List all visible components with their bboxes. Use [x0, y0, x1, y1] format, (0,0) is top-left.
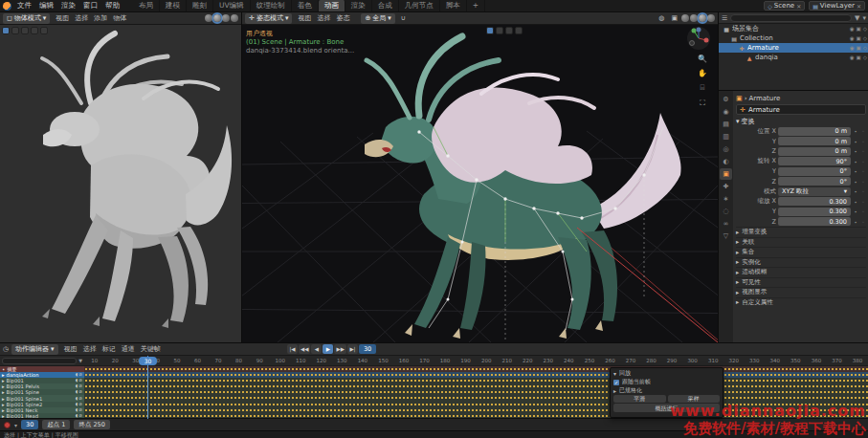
xray-icon[interactable]: ▣	[668, 14, 680, 22]
outliner-row-armature[interactable]: ✛Armature◉▣◇	[719, 43, 868, 53]
outliner-row-scene-collection[interactable]: ▦场景集合◉▣◇	[719, 24, 868, 33]
left-menu-物体[interactable]: 物体	[110, 13, 129, 23]
hide-eye-icon[interactable]: ◉	[850, 55, 855, 60]
mute-speaker-icon[interactable]: ◖	[76, 378, 78, 383]
transform-value-field[interactable]: XYZ 欧拉▾	[778, 187, 851, 196]
lock-icon[interactable]: ∙	[853, 199, 858, 205]
overlays-icon[interactable]: ◍	[656, 14, 667, 22]
lock-icon[interactable]: ∙	[853, 208, 858, 214]
material-shading-icon[interactable]	[222, 14, 230, 22]
camera-view-icon[interactable]: ⌸	[698, 83, 707, 93]
popover-header[interactable]: ▾ 回放	[613, 369, 720, 378]
popover-button-2[interactable]: 采样	[668, 395, 721, 403]
properties-tab-constraints[interactable]: ∞	[720, 218, 732, 230]
rotate-tool-icon[interactable]	[515, 27, 523, 34]
transform-value-field[interactable]: 0 m	[778, 147, 851, 156]
workspace-tab-建模[interactable]: 建模	[160, 0, 187, 11]
lock-icon[interactable]: ⊘	[78, 396, 82, 402]
animate-dot-icon[interactable]: ◦	[860, 148, 866, 154]
keyframe-area[interactable]	[84, 366, 868, 419]
workspace-tab-+[interactable]: +	[467, 0, 485, 11]
playhead-frame-badge[interactable]: 30	[139, 357, 157, 365]
filter-funnel-icon[interactable]: ▼	[855, 14, 859, 22]
render-visibility-icon[interactable]: ◇	[863, 35, 867, 41]
panel-实例化[interactable]: ▸实例化	[736, 257, 866, 268]
properties-tab-particles[interactable]: ∗	[720, 193, 732, 205]
checkbox-checked-icon[interactable]: ✓	[613, 380, 619, 385]
properties-tab-render[interactable]: ◉	[720, 106, 732, 118]
properties-tab-output[interactable]: ▤	[720, 119, 732, 130]
rendered-shading-icon[interactable]	[231, 14, 238, 22]
view-layer-selector[interactable]: ▤ ViewLayer ✕	[809, 1, 865, 11]
toggle-ortho-icon[interactable]: ⛶	[698, 99, 707, 108]
lock-icon[interactable]: ⊘	[78, 383, 82, 389]
lock-icon[interactable]: ⊘	[78, 378, 82, 383]
panel-可见性[interactable]: ▸可见性	[736, 277, 866, 288]
viewport-visibility-icon[interactable]: ▣	[857, 35, 861, 41]
outliner-options-icon[interactable]: ▾	[862, 14, 866, 22]
left-menu-添加[interactable]: 添加	[91, 13, 110, 23]
mute-speaker-icon[interactable]: ◖	[76, 389, 78, 395]
outliner-row-mesh[interactable]: ▲danqia◉▣◇	[719, 53, 868, 62]
expand-triangle-icon[interactable]: ▸	[2, 402, 5, 407]
lock-icon[interactable]: ∙	[853, 159, 858, 164]
workspace-tab-渲染[interactable]: 渲染	[345, 0, 372, 11]
panel-运动模糊[interactable]: ▸运动模糊	[736, 267, 866, 277]
cursor-tool-icon[interactable]	[496, 27, 503, 34]
viewport-visibility-icon[interactable]: ▣	[857, 45, 861, 51]
popover-footer-button[interactable]: 概括进行	[613, 404, 720, 412]
animate-dot-icon[interactable]: ◦	[860, 219, 866, 225]
lock-icon[interactable]: ⊘	[78, 402, 82, 407]
snap-magnet-icon[interactable]: ∪	[398, 14, 409, 22]
main-menu-选择[interactable]: 选择	[314, 13, 333, 23]
transform-value-field[interactable]: 90°	[778, 157, 851, 165]
playback-btn-2-button[interactable]: ◀	[311, 344, 322, 354]
animate-dot-icon[interactable]: ◦	[860, 208, 866, 214]
left-3d-viewport[interactable]: ◻ 物体模式 ▾ 视图选择添加物体	[0, 12, 242, 342]
expand-triangle-icon[interactable]: ▸	[2, 383, 5, 389]
scale-tool-icon[interactable]	[40, 27, 48, 34]
solid-shading-icon[interactable]	[213, 14, 221, 22]
panel-自定义属性[interactable]: ▸自定义属性	[736, 297, 866, 308]
wireframe-shading-icon[interactable]	[205, 14, 212, 22]
properties-tab-world[interactable]: ◐	[720, 156, 732, 167]
expand-triangle-icon[interactable]: ▸	[2, 396, 5, 402]
cursor-tool-icon[interactable]	[11, 27, 19, 34]
topbar-menu-渲染[interactable]: 渲染	[57, 1, 79, 11]
channel-search-input[interactable]	[2, 358, 77, 364]
properties-tab-object[interactable]: ▣	[720, 168, 732, 180]
dope-menu-选择[interactable]: 选择	[80, 344, 100, 354]
main-menu-视图[interactable]: 视图	[295, 13, 314, 23]
panel-关联[interactable]: ▸关联	[736, 237, 866, 248]
workspace-tab-纹理绘制[interactable]: 纹理绘制	[251, 0, 292, 11]
left-mode-dropdown[interactable]: ◻ 物体模式 ▾	[3, 13, 50, 24]
panel-增量变换[interactable]: ▸增量变换	[736, 227, 866, 237]
expand-triangle-icon[interactable]: ▸	[2, 372, 5, 378]
dope-menu-视图[interactable]: 视图	[61, 344, 80, 354]
topbar-menu-窗口[interactable]: 窗口	[79, 1, 101, 11]
current-frame-field[interactable]: 30	[21, 420, 38, 429]
render-visibility-icon[interactable]: ◇	[863, 55, 867, 60]
dope-sheet-type-icon[interactable]: ◷	[3, 345, 9, 353]
workspace-tab-脚本[interactable]: 脚本	[440, 0, 467, 11]
transform-value-field[interactable]: 0.300	[778, 217, 851, 226]
animate-dot-icon[interactable]: ◦	[860, 188, 866, 194]
properties-tab-physics[interactable]: ◌	[720, 206, 732, 217]
playback-play-button[interactable]: ▶	[323, 344, 333, 354]
lock-icon[interactable]: ∙	[853, 188, 858, 194]
animate-dot-icon[interactable]: ◦	[860, 179, 866, 185]
animate-dot-icon[interactable]: ◦	[860, 199, 866, 205]
playback-btn-4-button[interactable]: ▶▶	[334, 344, 345, 354]
transform-value-field[interactable]: 0°	[778, 177, 851, 186]
navigation-gizmo[interactable]	[687, 27, 710, 50]
lock-icon[interactable]: ⊘	[78, 407, 82, 413]
dope-menu-标记[interactable]: 标记	[100, 344, 119, 354]
auto-keying-record-icon[interactable]	[4, 422, 11, 428]
animate-dot-icon[interactable]: ◦	[860, 139, 866, 144]
move-tool-icon[interactable]	[21, 27, 29, 34]
mute-speaker-icon[interactable]: ◖	[76, 402, 78, 407]
transform-panel-header[interactable]: ▾ 变换	[736, 117, 866, 126]
panel-视图显示[interactable]: ▸视图显示	[736, 287, 866, 297]
workspace-tab-动画[interactable]: 动画	[319, 0, 345, 11]
playback-btn-1-button[interactable]: ◀◀	[299, 344, 310, 354]
